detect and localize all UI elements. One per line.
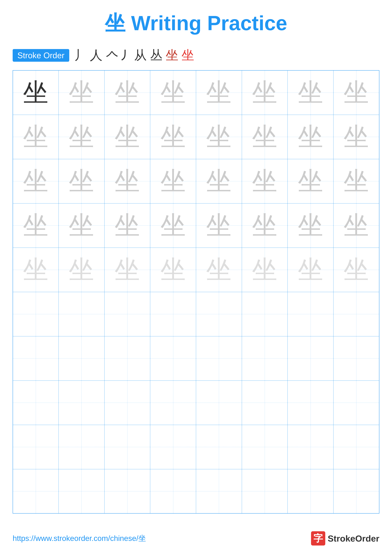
grid-cell-3-2: 坐 [59, 159, 105, 203]
grid-row-6 [13, 292, 379, 336]
grid-cell-1-6: 坐 [242, 70, 288, 115]
grid-cell-9-5 [196, 425, 242, 469]
grid-cell-10-7 [288, 469, 334, 513]
grid-cell-8-2 [59, 380, 105, 425]
grid-cell-5-6: 坐 [242, 248, 288, 292]
grid-cell-9-8 [333, 425, 379, 469]
grid-cell-3-1: 坐 [13, 159, 59, 203]
footer-logo: 字 [311, 531, 325, 546]
grid-cell-7-8 [333, 336, 379, 380]
grid-cell-7-3 [104, 336, 150, 380]
grid-cell-8-1 [13, 380, 59, 425]
grid-cell-6-8 [333, 292, 379, 336]
grid-cell-3-5: 坐 [196, 159, 242, 203]
grid-cell-9-4 [150, 425, 196, 469]
grid-cell-9-2 [59, 425, 105, 469]
grid-cell-3-7: 坐 [288, 159, 334, 203]
grid-cell-9-7 [288, 425, 334, 469]
grid-cell-10-3 [104, 469, 150, 513]
grid-cell-8-8 [333, 380, 379, 425]
grid-cell-5-5: 坐 [196, 248, 242, 292]
grid-row-10 [13, 469, 379, 513]
grid-cell-6-1 [13, 292, 59, 336]
grid-cell-1-2: 坐 [59, 70, 105, 115]
grid-cell-5-4: 坐 [150, 248, 196, 292]
grid-cell-7-7 [288, 336, 334, 380]
grid-cell-1-7: 坐 [288, 70, 334, 115]
grid-cell-2-3: 坐 [104, 115, 150, 159]
grid-cell-6-2 [59, 292, 105, 336]
grid-cell-2-8: 坐 [333, 115, 379, 159]
grid-cell-5-7: 坐 [288, 248, 334, 292]
grid-cell-6-7 [288, 292, 334, 336]
grid-cell-1-5: 坐 [196, 70, 242, 115]
grid-cell-7-2 [59, 336, 105, 380]
grid-cell-10-8 [333, 469, 379, 513]
grid-cell-5-2: 坐 [59, 248, 105, 292]
footer-brand: 字 StrokeOrder [311, 531, 379, 546]
grid-cell-8-7 [288, 380, 334, 425]
grid-cell-6-3 [104, 292, 150, 336]
grid-cell-8-6 [242, 380, 288, 425]
footer-brand-name: StrokeOrder [328, 533, 379, 544]
grid-cell-4-8: 坐 [333, 203, 379, 248]
grid-cell-5-3: 坐 [104, 248, 150, 292]
grid-cell-6-5 [196, 292, 242, 336]
grid-row-9 [13, 425, 379, 469]
grid-cell-6-4 [150, 292, 196, 336]
grid-cell-10-4 [150, 469, 196, 513]
grid-cell-7-5 [196, 336, 242, 380]
footer: https://www.strokeorder.com/chinese/坐 字 … [13, 531, 379, 546]
title-chinese-char: 坐 [105, 12, 125, 35]
grid-cell-4-5: 坐 [196, 203, 242, 248]
page-title: 坐 Writing Practice [13, 9, 379, 37]
grid-cell-8-4 [150, 380, 196, 425]
title-english: Writing Practice [131, 12, 287, 35]
grid-cell-2-6: 坐 [242, 115, 288, 159]
grid-cell-1-1: 坐 [13, 70, 59, 115]
grid-row-1: 坐 坐 坐 坐 [13, 70, 379, 115]
grid-cell-4-4: 坐 [150, 203, 196, 248]
grid-cell-8-5 [196, 380, 242, 425]
grid-cell-10-5 [196, 469, 242, 513]
grid-cell-1-8: 坐 [333, 70, 379, 115]
grid-cell-9-6 [242, 425, 288, 469]
grid-cell-4-1: 坐 [13, 203, 59, 248]
grid-cell-8-3 [104, 380, 150, 425]
grid-cell-2-1: 坐 [13, 115, 59, 159]
grid-row-5: 坐 坐 坐 坐 [13, 248, 379, 292]
stroke-order-row: Stroke Order 丿 人 𠆢丿 从 丛 坐 坐 [13, 47, 379, 64]
grid-cell-2-5: 坐 [196, 115, 242, 159]
grid-row-8 [13, 380, 379, 425]
grid-cell-6-6 [242, 292, 288, 336]
grid-cell-1-4: 坐 [150, 70, 196, 115]
grid-cell-9-3 [104, 425, 150, 469]
grid-cell-7-4 [150, 336, 196, 380]
grid-cell-2-7: 坐 [288, 115, 334, 159]
grid-cell-3-8: 坐 [333, 159, 379, 203]
grid-cell-3-6: 坐 [242, 159, 288, 203]
grid-row-4: 坐 坐 坐 坐 [13, 203, 379, 248]
grid-cell-5-1: 坐 [13, 248, 59, 292]
grid-row-3: 坐 坐 坐 坐 [13, 159, 379, 203]
stroke-order-chars: 丿 人 𠆢丿 从 丛 坐 坐 [74, 47, 194, 64]
grid-row-7 [13, 336, 379, 380]
grid-cell-4-2: 坐 [59, 203, 105, 248]
grid-cell-10-6 [242, 469, 288, 513]
grid-cell-5-8: 坐 [333, 248, 379, 292]
grid-cell-9-1 [13, 425, 59, 469]
grid-row-2: 坐 坐 坐 坐 [13, 115, 379, 159]
grid-cell-4-7: 坐 [288, 203, 334, 248]
grid-cell-3-4: 坐 [150, 159, 196, 203]
grid-cell-4-6: 坐 [242, 203, 288, 248]
footer-url: https://www.strokeorder.com/chinese/坐 [13, 533, 146, 543]
grid-cell-7-1 [13, 336, 59, 380]
grid-cell-2-2: 坐 [59, 115, 105, 159]
grid-cell-10-2 [59, 469, 105, 513]
practice-grid: 坐 坐 坐 坐 [13, 70, 379, 514]
grid-cell-1-3: 坐 [104, 70, 150, 115]
grid-cell-3-3: 坐 [104, 159, 150, 203]
grid-cell-2-4: 坐 [150, 115, 196, 159]
grid-cell-4-3: 坐 [104, 203, 150, 248]
grid-cell-10-1 [13, 469, 59, 513]
